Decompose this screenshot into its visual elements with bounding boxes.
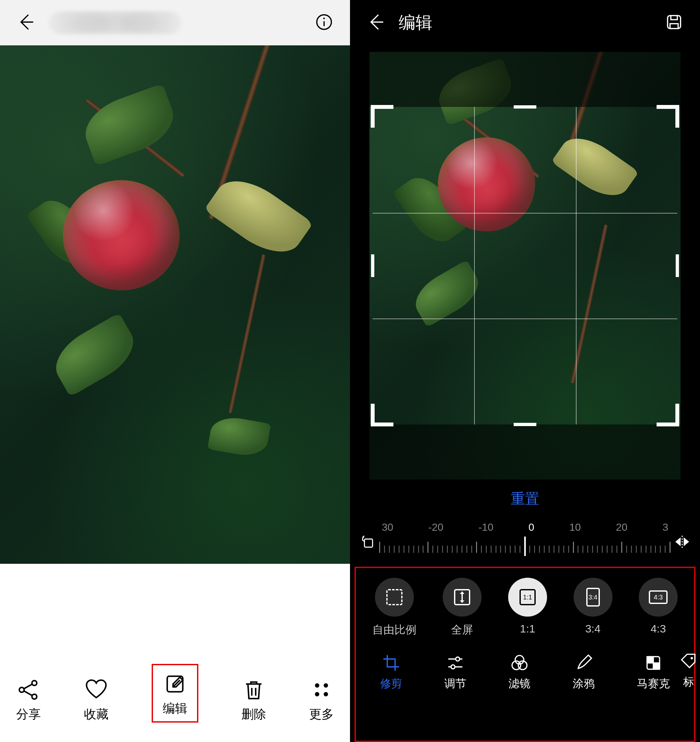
tool-label-overflow[interactable]: 标 — [679, 652, 698, 689]
crop-handle-left[interactable] — [371, 254, 374, 277]
ratio-circle: 3:4 — [573, 578, 613, 617]
edit-button[interactable]: 编辑 — [152, 664, 198, 723]
ruler-tick — [636, 546, 637, 553]
svg-point-13 — [451, 665, 455, 669]
crop-handle-tr[interactable] — [657, 105, 679, 128]
ruler-tick — [645, 546, 647, 553]
redacted-title — [49, 11, 181, 34]
ruler-tick — [408, 546, 409, 553]
ruler-tick — [442, 546, 443, 553]
ruler-tick — [466, 546, 467, 553]
ratio-label: 全屏 — [451, 623, 473, 637]
crop-dim-bottom — [370, 424, 681, 480]
crop-handle-br[interactable] — [657, 404, 679, 426]
photo-preview[interactable] — [0, 46, 350, 564]
ruler-tick — [578, 546, 578, 553]
ruler-tick — [394, 546, 395, 553]
svg-rect-11 — [365, 539, 373, 547]
tool-crop[interactable]: 修剪 — [380, 654, 402, 691]
crop-handle-right[interactable] — [676, 254, 679, 277]
share-button[interactable]: 分享 — [16, 678, 41, 723]
svg-point-4 — [32, 694, 37, 699]
favorite-button[interactable]: 收藏 — [84, 678, 109, 723]
back-button[interactable] — [16, 12, 35, 33]
ratio-label: 3:4 — [585, 623, 601, 635]
more-button[interactable]: 更多 — [309, 678, 334, 723]
ruler-tick — [539, 546, 540, 553]
ruler-tick — [568, 546, 569, 553]
grid-line — [373, 213, 677, 213]
ruler-tick — [379, 542, 380, 553]
crop-handle-bottom[interactable] — [514, 423, 536, 426]
crop-handle-bl[interactable] — [371, 404, 393, 426]
tool-mosaic[interactable]: 马赛克 — [637, 654, 670, 691]
ruler-label: -20 — [429, 521, 444, 533]
crop-frame[interactable] — [373, 107, 677, 424]
tool-doodle-label: 涂鸦 — [573, 676, 595, 691]
delete-label: 删除 — [242, 706, 266, 723]
tool-adjust[interactable]: 调节 — [444, 654, 466, 691]
ruler-tick — [650, 546, 651, 553]
tool-adjust-label: 调节 — [444, 676, 466, 691]
editor-pane: 编辑 — [350, 0, 700, 742]
ruler-tick — [447, 546, 448, 553]
rotate-button[interactable] — [360, 534, 376, 551]
ruler-tick — [476, 542, 477, 553]
ruler-tick — [495, 546, 497, 553]
ruler-tick — [597, 546, 598, 553]
ratio-icon — [454, 589, 470, 605]
ruler-tick — [471, 546, 472, 553]
ruler-label: 30 — [382, 521, 393, 533]
ruler-tick — [660, 546, 661, 553]
info-button[interactable] — [314, 12, 334, 33]
crop-handle-tl[interactable] — [371, 105, 393, 128]
aspect-ratio-row: 自由比例全屏1:11:13:43:44:34:3 — [359, 574, 691, 644]
ruler-tick — [384, 546, 385, 553]
ruler-tick — [655, 546, 656, 553]
svg-point-6 — [315, 684, 319, 688]
ratio-icon: 1:1 — [519, 589, 536, 605]
ruler-tick — [529, 546, 530, 553]
ruler-tick — [544, 546, 545, 553]
tool-filter[interactable]: 滤镜 — [508, 654, 531, 691]
editor-back-button[interactable] — [366, 12, 386, 33]
flip-button[interactable] — [674, 534, 690, 551]
grid-line — [576, 107, 576, 424]
ratio-4_3[interactable]: 4:34:3 — [639, 578, 678, 635]
ruler-tick — [592, 546, 593, 553]
ratio-label: 1:1 — [520, 623, 535, 635]
photo-content — [0, 46, 350, 564]
svg-point-20 — [691, 657, 693, 660]
editor-header: 编辑 — [350, 0, 700, 46]
ratio-full[interactable]: 全屏 — [443, 578, 482, 637]
ruler-tick — [404, 546, 404, 553]
rotation-ruler-row: 30-20-10010203 — [350, 521, 700, 564]
ruler-tick — [607, 546, 608, 553]
delete-button[interactable]: 删除 — [242, 678, 266, 723]
ratio-free[interactable]: 自由比例 — [372, 578, 416, 637]
ratio-label: 自由比例 — [372, 623, 416, 637]
rotation-ruler[interactable]: 30-20-10010203 — [379, 521, 671, 564]
crop-handle-top[interactable] — [514, 105, 536, 109]
tool-doodle[interactable]: 涂鸦 — [573, 654, 595, 691]
save-button[interactable] — [665, 12, 684, 33]
crop-canvas[interactable] — [350, 46, 700, 486]
ratio-icon: 3:4 — [586, 588, 600, 607]
ruler-tick — [602, 546, 603, 553]
ratio-icon — [386, 589, 402, 605]
ratio-circle: 4:3 — [639, 578, 678, 617]
ruler-tick — [665, 546, 666, 553]
ratio-1_1[interactable]: 1:11:1 — [508, 578, 547, 635]
ruler-tick — [621, 542, 622, 553]
ruler-tick — [669, 542, 671, 553]
ratio-3_4[interactable]: 3:43:4 — [573, 578, 613, 635]
ruler-tick — [491, 546, 492, 553]
svg-rect-18 — [647, 657, 653, 663]
ruler-center-marker — [525, 537, 526, 556]
share-label: 分享 — [16, 706, 41, 723]
reset-button[interactable]: 重置 — [511, 490, 539, 506]
ruler-tick — [461, 546, 463, 553]
grid-line — [474, 107, 475, 424]
svg-point-2 — [19, 688, 24, 692]
ruler-label: 20 — [616, 521, 628, 533]
